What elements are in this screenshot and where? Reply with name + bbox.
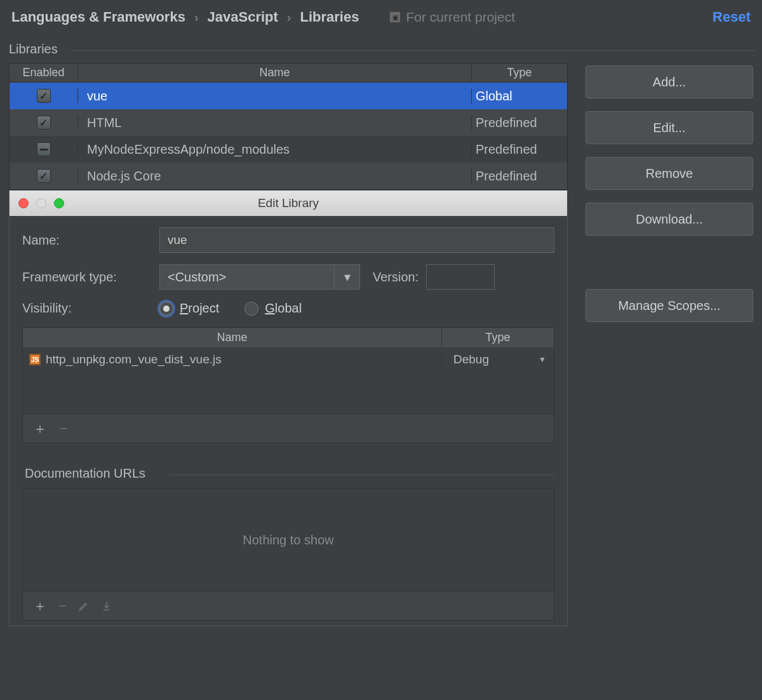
chevron-down-icon[interactable]: ▾	[334, 265, 359, 289]
name-field[interactable]	[159, 227, 554, 253]
column-header-name[interactable]: Name	[23, 328, 442, 347]
empty-space	[23, 372, 554, 414]
visibility-project-radio[interactable]: Project	[159, 301, 219, 316]
edit-library-dialog: Edit Library Name: Framework type: <Cust…	[9, 190, 568, 626]
visibility-label: Visibility:	[22, 301, 159, 316]
add-button[interactable]: Add...	[585, 65, 753, 98]
libraries-table: Enabled Name Type vue Global HTML Predef…	[9, 63, 568, 190]
remove-button[interactable]: −	[58, 598, 67, 614]
library-files-table: Name Type JS http_unpkg.com_vue_dist_vue…	[22, 327, 554, 443]
documentation-urls-box: Nothing to show ＋ −	[22, 488, 554, 621]
breadcrumb-item-languages[interactable]: Languages & Frameworks	[11, 9, 185, 25]
section-title-libraries: Libraries	[6, 34, 756, 60]
radio-icon	[159, 302, 173, 316]
remove-button[interactable]: Remove	[585, 157, 753, 190]
scope-hint-text: For current project	[406, 10, 515, 25]
framework-type-combobox[interactable]: <Custom> ▾	[159, 264, 360, 290]
version-label: Version:	[373, 270, 418, 285]
name-label: Name:	[22, 233, 159, 248]
dialog-title: Edit Library	[258, 196, 319, 210]
chevron-right-icon: ›	[190, 10, 203, 25]
chevron-down-icon: ▼	[538, 355, 546, 364]
download-button[interactable]: Download...	[585, 203, 753, 236]
edit-button[interactable]: Edit...	[585, 111, 753, 144]
column-header-name[interactable]: Name	[78, 64, 472, 82]
table-row[interactable]: JS http_unpkg.com_vue_dist_vue.js Debug …	[23, 347, 554, 372]
edit-icon[interactable]	[78, 600, 90, 612]
libraries-table-header: Enabled Name Type	[10, 64, 567, 83]
zoom-window-icon[interactable]	[54, 198, 64, 208]
breadcrumb-item-javascript[interactable]: JavaScript	[208, 9, 278, 25]
file-type-value: Debug	[453, 353, 489, 367]
row-name: vue	[78, 89, 472, 104]
column-header-enabled[interactable]: Enabled	[10, 64, 78, 82]
remove-button[interactable]: −	[60, 421, 68, 437]
row-type: Global	[472, 89, 567, 104]
version-field[interactable]	[426, 264, 495, 290]
files-toolbar: ＋ −	[23, 414, 554, 443]
breadcrumb-item-libraries[interactable]: Libraries	[300, 9, 359, 25]
table-row[interactable]: MyNodeExpressApp/node_modules Predefined	[10, 136, 567, 163]
scope-hint: ▣ For current project	[389, 10, 515, 25]
section-title-documentation: Documentation URLs	[22, 459, 554, 485]
add-button[interactable]: ＋	[33, 596, 47, 616]
row-type: Predefined	[472, 169, 567, 184]
reset-link[interactable]: Reset	[712, 9, 751, 25]
row-type: Predefined	[472, 116, 567, 130]
radio-icon	[244, 302, 258, 316]
download-icon[interactable]	[101, 600, 112, 612]
breadcrumb: Languages & Frameworks › JavaScript › Li…	[11, 9, 359, 25]
table-row[interactable]: vue Global	[10, 83, 567, 109]
framework-type-value: <Custom>	[160, 270, 334, 285]
framework-type-label: Framework type:	[22, 270, 159, 285]
row-type: Predefined	[472, 142, 567, 157]
empty-placeholder: Nothing to show	[23, 489, 554, 591]
minimize-window-icon	[36, 198, 46, 208]
close-window-icon[interactable]	[18, 198, 29, 208]
dialog-titlebar: Edit Library	[10, 191, 567, 216]
column-header-type[interactable]: Type	[472, 64, 567, 82]
row-name: HTML	[78, 116, 472, 130]
enabled-checkbox[interactable]	[37, 116, 51, 130]
table-row[interactable]: HTML Predefined	[10, 109, 567, 136]
enabled-checkbox[interactable]	[37, 89, 51, 103]
file-name: http_unpkg.com_vue_dist_vue.js	[46, 353, 222, 367]
file-type-dropdown[interactable]: Debug ▼	[442, 353, 554, 367]
side-buttons: Add... Edit... Remove Download... Manage…	[585, 63, 753, 626]
add-button[interactable]: ＋	[33, 419, 47, 438]
manage-scopes-button[interactable]: Manage Scopes...	[585, 289, 753, 322]
row-name: MyNodeExpressApp/node_modules	[78, 142, 472, 157]
project-scope-icon: ▣	[389, 11, 401, 23]
column-header-type[interactable]: Type	[442, 328, 554, 347]
row-name: Node.js Core	[78, 169, 472, 184]
chevron-right-icon: ›	[283, 10, 295, 25]
top-bar: Languages & Frameworks › JavaScript › Li…	[0, 0, 762, 34]
docs-toolbar: ＋ −	[23, 591, 554, 620]
enabled-checkbox[interactable]	[37, 142, 51, 156]
visibility-global-radio[interactable]: Global	[244, 301, 302, 316]
javascript-file-icon: JS	[29, 354, 41, 365]
table-row[interactable]: Node.js Core Predefined	[10, 163, 567, 189]
enabled-checkbox[interactable]	[37, 169, 51, 183]
